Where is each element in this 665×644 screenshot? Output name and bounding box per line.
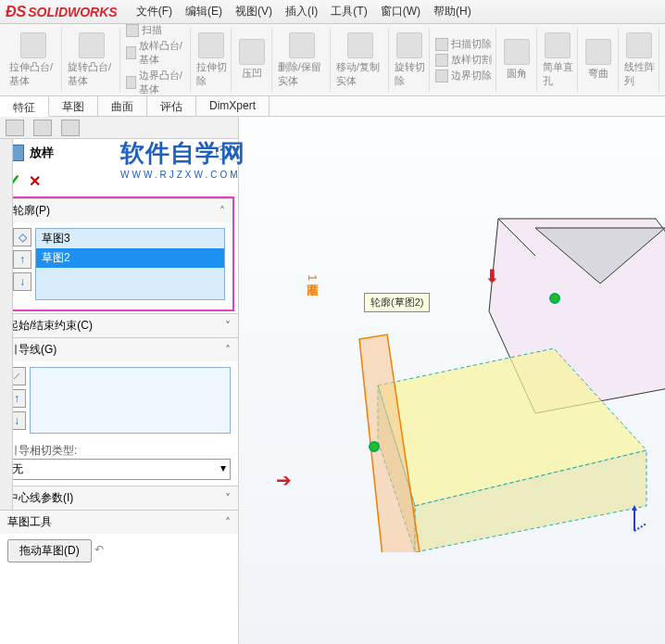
section-profiles[interactable]: 轮廓(P) ˄ [6, 199, 232, 222]
revolvecut-icon [396, 32, 422, 58]
chevron-up-icon: ˄ [225, 516, 231, 529]
sweepcut-icon [435, 38, 448, 51]
profile-item-2[interactable]: 草图2 [36, 248, 224, 268]
app-name: SOLIDWORKS [28, 5, 117, 19]
guide-list[interactable] [30, 367, 231, 434]
move-down-button[interactable]: ↓ [13, 272, 31, 291]
viewport[interactable]: 基准面1 轮廓(草图2) ➔ ⬇ [239, 117, 665, 644]
main-menu: 文件(F) 编辑(E) 视图(V) 插入(I) 工具(T) 窗口(W) 帮助(H… [136, 4, 471, 19]
ribbon-revolve-cut[interactable]: 旋转切除 [391, 28, 430, 92]
ribbon-boss-sub: 扫描 放样凸台/基体 边界凸台/基体 [122, 28, 191, 92]
config-mgr-icon[interactable] [61, 120, 80, 136]
tab-evaluate[interactable]: 评估 [147, 96, 196, 116]
svg-marker-9 [632, 505, 637, 511]
delete-icon [289, 32, 315, 58]
extrude-icon [20, 32, 46, 58]
sweep-icon [126, 24, 139, 37]
ribbon-move-copy[interactable]: 移动/复制实体 [332, 28, 389, 92]
ribbon-revolve-boss[interactable]: 旋转凸台/基体 [64, 28, 120, 92]
panel-tabs [0, 117, 238, 139]
boundary-icon [126, 76, 136, 89]
titlebar: ÐS SOLIDWORKS 文件(F) 编辑(E) 视图(V) 插入(I) 工具… [0, 0, 665, 24]
profiles-highlight: 轮廓(P) ˄ ◇ ↑ ↓ 草图3 草图2 [4, 196, 234, 311]
ribbon-fillet[interactable]: 圆角 [498, 28, 537, 92]
pattern-icon [626, 32, 652, 58]
arrow-down-icon: ⬇ [484, 265, 500, 287]
ribbon-extrude-boss[interactable]: 拉伸凸台/基体 [6, 28, 62, 92]
view-triad[interactable] [621, 505, 648, 533]
tab-dimxpert[interactable]: DimXpert [196, 96, 270, 116]
ribbon-delete-body[interactable]: 删除/保留实体 [274, 28, 331, 92]
app-logo: ÐS SOLIDWORKS [6, 4, 118, 20]
menu-insert[interactable]: 插入(I) [285, 4, 318, 19]
ribbon-cut-sub: 扫描切除 放样切割 边界切除 [432, 28, 496, 92]
plane-label: 基准面1 [304, 274, 320, 281]
cancel-button[interactable]: ✕ [29, 172, 41, 190]
menu-help[interactable]: 帮助(H) [433, 4, 471, 19]
fillet-icon [504, 39, 530, 65]
extrudecut-icon [198, 32, 224, 58]
move-up-button[interactable]: ↑ [13, 250, 31, 269]
ribbon-boundary[interactable]: 边界凸台/基体 [126, 69, 186, 96]
chevron-down-icon: ▾ [220, 461, 226, 477]
undo-icon[interactable]: ↶ [94, 543, 111, 560]
drag-sketch-button[interactable]: 拖动草图(D) [7, 539, 92, 562]
feature-tree-icon[interactable] [6, 120, 24, 136]
tab-features[interactable]: 特征 [0, 97, 49, 117]
command-tabs: 特征 草图 曲面 评估 DimXpert [0, 96, 665, 117]
arrow-right-icon: ➔ [276, 469, 292, 491]
chevron-up-icon: ˄ [220, 205, 225, 218]
indent-icon [239, 39, 265, 65]
svg-line-8 [634, 524, 646, 531]
section-guides[interactable]: 引导线(G) ˄ [0, 338, 238, 361]
ribbon-hole[interactable]: 简单直孔 [539, 28, 578, 92]
ribbon: 拉伸凸台/基体 旋转凸台/基体 扫描 放样凸台/基体 边界凸台/基体 拉伸切除 … [0, 24, 665, 96]
bend-icon [585, 39, 611, 65]
loftcut-icon [435, 54, 448, 67]
tab-surfaces[interactable]: 曲面 [98, 96, 147, 116]
chevron-down-icon: ˅ [225, 492, 231, 505]
section-centerline[interactable]: 中心线参数(I) ˅ [0, 486, 238, 510]
menu-view[interactable]: 视图(V) [235, 4, 272, 19]
chevron-up-icon: ˄ [225, 344, 231, 357]
section-sketch-tools[interactable]: 草图工具 ˄ [0, 511, 238, 534]
ribbon-loftcut[interactable]: 放样切割 [435, 53, 492, 67]
ribbon-sweepcut[interactable]: 扫描切除 [435, 37, 492, 51]
profile-callout: 轮廓(草图2) [364, 293, 430, 312]
property-manager: 放样 ? ✓ ✕ 轮廓(P) ˄ ◇ ↑ ↓ [0, 117, 239, 644]
section-constraints[interactable]: 起始/结束约束(C) ˅ [0, 314, 238, 337]
menu-window[interactable]: 窗口(W) [381, 4, 420, 19]
boundarycut-icon [435, 69, 448, 82]
ribbon-loft[interactable]: 放样凸台/基体 [126, 39, 186, 67]
tangent-label: 引导相切类型: [7, 443, 231, 459]
model-preview [295, 200, 665, 552]
menu-file[interactable]: 文件(F) [136, 4, 172, 19]
revolve-icon [79, 32, 105, 58]
watermark: 软件自学网 WWW.RJZXW.COM [120, 137, 245, 180]
ribbon-extrude-cut[interactable]: 拉伸切除 [193, 28, 232, 92]
ds-icon: ÐS [6, 4, 26, 20]
ribbon-bend[interactable]: 弯曲 [580, 28, 619, 92]
profile-item-1[interactable]: 草图3 [36, 229, 224, 248]
profile-diamond-icon[interactable]: ◇ [13, 228, 31, 246]
chevron-down-icon: ˅ [225, 320, 231, 333]
menu-edit[interactable]: 编辑(E) [185, 4, 222, 19]
loft-connector-1[interactable] [369, 441, 380, 452]
menu-tools[interactable]: 工具(T) [331, 4, 367, 19]
property-mgr-icon[interactable] [33, 120, 52, 136]
panel-toolstrip [0, 139, 13, 510]
loft-icon [126, 46, 136, 59]
move-icon [347, 32, 373, 58]
ribbon-sweep[interactable]: 扫描 [126, 24, 162, 37]
tangent-dropdown[interactable]: 无 ▾ [7, 459, 231, 480]
tab-sketch[interactable]: 草图 [49, 96, 98, 116]
loft-connector-2[interactable] [549, 293, 560, 304]
hole-icon [545, 32, 571, 58]
profile-list[interactable]: 草图3 草图2 [35, 228, 225, 300]
ribbon-boundarycut[interactable]: 边界切除 [435, 69, 492, 82]
ribbon-pattern[interactable]: 线性阵列 [621, 28, 659, 92]
ribbon-indent[interactable]: 压凹 [233, 28, 272, 92]
